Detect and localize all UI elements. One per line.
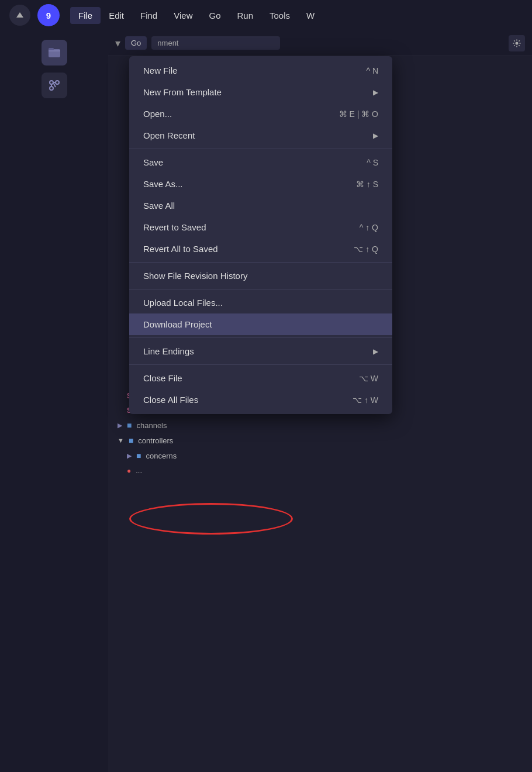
divider-2: [129, 262, 392, 263]
menu-item-view[interactable]: View: [165, 7, 201, 24]
sidebar-icon-folder[interactable]: [42, 40, 67, 66]
menu-item-tools[interactable]: Tools: [261, 7, 298, 24]
menu-upload[interactable]: Upload Local Files...: [129, 292, 392, 313]
menu-items: File Edit Find View Go Run Tools W: [70, 7, 323, 24]
svg-point-4: [56, 81, 59, 84]
save-all-label: Save All: [143, 201, 175, 211]
arrow-right-icon-2: ▶: [127, 452, 132, 460]
file-dropdown-menu: New File ^ N New From Template ▶ Open...…: [129, 56, 392, 414]
menu-new-from-template[interactable]: New From Template ▶: [129, 81, 392, 103]
revert-shortcut: ^ ↑ Q: [360, 223, 378, 232]
menu-new-file[interactable]: New File ^ N: [129, 60, 392, 81]
tree-item-label-3: channels: [136, 421, 167, 430]
revert-all-shortcut: ⌥ ↑ Q: [354, 244, 378, 254]
menu-close-all-files[interactable]: Close All Files ⌥ ↑ W: [129, 389, 392, 411]
upload-label: Upload Local Files...: [143, 298, 223, 308]
open-label: Open...: [143, 109, 172, 119]
tree-item-label-5: concerns: [146, 452, 177, 460]
menu-open-recent[interactable]: Open Recent ▶: [129, 125, 392, 146]
menu-close-file[interactable]: Close File ⌥ W: [129, 367, 392, 389]
save-shortcut: ^ S: [367, 158, 378, 167]
svg-rect-2: [49, 48, 54, 50]
menu-line-endings[interactable]: Line Endings ▶: [129, 340, 392, 362]
menu-item-find[interactable]: Find: [132, 7, 165, 24]
menu-item-run[interactable]: Run: [229, 7, 261, 24]
svg-rect-1: [49, 49, 60, 57]
close-all-files-label: Close All Files: [143, 395, 198, 405]
menu-bar: 9 File Edit Find View Go Run Tools W: [0, 0, 532, 30]
svg-marker-0: [16, 12, 23, 18]
line-endings-label: Line Endings: [143, 346, 194, 356]
new-file-label: New File: [143, 66, 177, 75]
divider-3: [129, 289, 392, 290]
tree-item-partial[interactable]: ● ...: [108, 463, 532, 478]
show-revision-label: Show File Revision History: [143, 271, 247, 281]
download-project-label: Download Project: [143, 319, 212, 329]
sidebar: [0, 30, 108, 772]
toolbar: ▾ Go nment: [108, 30, 532, 56]
svg-point-9: [516, 42, 519, 44]
tree-item-partial-label: ...: [136, 466, 142, 475]
menu-show-revision[interactable]: Show File Revision History: [129, 265, 392, 287]
gear-icon[interactable]: [509, 35, 525, 51]
close-file-label: Close File: [143, 373, 182, 383]
menu-save-as[interactable]: Save As... ⌘ ↑ S: [129, 173, 392, 195]
toolbar-dropdown-label: Go: [131, 39, 141, 47]
folder-icon-concerns: ■: [136, 451, 141, 460]
menu-item-go[interactable]: Go: [201, 7, 229, 24]
arrow-down-icon: ▼: [118, 437, 124, 444]
menu-item-w[interactable]: W: [298, 7, 323, 24]
error-icon: ●: [127, 467, 131, 475]
new-from-template-label: New From Template: [143, 87, 222, 97]
open-recent-label: Open Recent: [143, 130, 195, 140]
menu-item-file[interactable]: File: [70, 7, 101, 24]
revert-all-label: Revert All to Saved: [143, 244, 218, 254]
menu-save[interactable]: Save ^ S: [129, 151, 392, 173]
cloud9-icon[interactable]: 9: [37, 4, 60, 26]
divider-1: [129, 149, 392, 149]
up-arrow-icon[interactable]: [9, 5, 30, 26]
revert-label: Revert to Saved: [143, 222, 206, 232]
save-as-label: Save As...: [143, 179, 183, 189]
tree-item-channels[interactable]: ▶ ■ channels: [108, 418, 532, 433]
menu-revert[interactable]: Revert to Saved ^ ↑ Q: [129, 216, 392, 238]
line-endings-arrow: ▶: [373, 347, 378, 356]
main-area: ▾ Go nment S static_pages.scss S users.s…: [108, 30, 532, 772]
menu-item-edit[interactable]: Edit: [101, 7, 132, 24]
folder-icon-controllers: ■: [129, 436, 133, 445]
svg-point-5: [50, 87, 53, 90]
submenu-arrow: ▶: [373, 88, 378, 96]
save-label: Save: [143, 157, 163, 167]
folder-icon-channels: ■: [127, 421, 132, 430]
save-as-shortcut: ⌘ ↑ S: [356, 180, 378, 189]
download-project-annotation: [129, 503, 293, 535]
tree-item-controllers[interactable]: ▼ ■ controllers: [108, 433, 532, 448]
arrow-right-icon: ▶: [118, 422, 122, 429]
menu-revert-all[interactable]: Revert All to Saved ⌥ ↑ Q: [129, 238, 392, 260]
environment-input[interactable]: nment: [151, 36, 280, 50]
svg-point-3: [50, 81, 53, 84]
close-all-files-shortcut: ⌥ ↑ W: [353, 395, 378, 405]
sidebar-icon-git[interactable]: [42, 73, 67, 98]
divider-4: [129, 337, 392, 338]
open-recent-arrow: ▶: [373, 132, 378, 140]
close-file-shortcut: ⌥ W: [359, 374, 378, 383]
new-file-shortcut: ^ N: [366, 66, 378, 75]
input-placeholder-text: nment: [157, 39, 178, 47]
open-shortcut: ⌘ E | ⌘ O: [339, 109, 378, 119]
chevron-down-icon[interactable]: ▾: [115, 37, 120, 50]
menu-save-all[interactable]: Save All: [129, 195, 392, 216]
divider-5: [129, 364, 392, 365]
toolbar-dropdown[interactable]: Go: [125, 36, 147, 50]
menu-open[interactable]: Open... ⌘ E | ⌘ O: [129, 103, 392, 125]
tree-item-label-4: controllers: [138, 436, 173, 445]
tree-item-concerns[interactable]: ▶ ■ concerns: [108, 448, 532, 463]
menu-download-project[interactable]: Download Project: [129, 313, 392, 335]
